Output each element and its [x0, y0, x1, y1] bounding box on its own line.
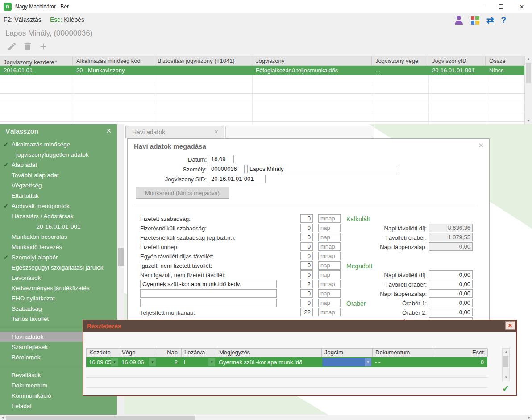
- add-plus-icon[interactable]: [38, 42, 48, 53]
- sidebar-item-kedvezmenyes-jarulekfizetes[interactable]: Kedvezményes járulékfizetés: [0, 283, 117, 293]
- detail-column-nap[interactable]: Nap: [157, 349, 182, 357]
- detail-column-lezarva[interactable]: Lezárva: [182, 349, 216, 357]
- menu-item-valasztas[interactable]: F2: Választás: [4, 16, 42, 23]
- sidebar-item-jogviszonyfuggetlen-adatok[interactable]: jogviszonyfüggetlen adatok: [0, 150, 117, 160]
- absence-value-input[interactable]: [300, 308, 313, 316]
- column-header-jogviszony-vege[interactable]: Jogviszony vége: [372, 56, 428, 66]
- absence-unit-input[interactable]: [318, 289, 341, 298]
- column-header-biztositasi-jogviszony[interactable]: Biztosítási jogviszony (T1041): [154, 56, 252, 66]
- jogcim-combobox[interactable]: ▾: [322, 358, 371, 366]
- tab-havi-adatok[interactable]: Havi adatok ✕: [125, 126, 224, 138]
- maximize-button[interactable]: [491, 0, 511, 13]
- sidebar-item-alkalmazas-minosege[interactable]: ✓Alkalmazás minősége: [0, 139, 117, 150]
- detail-cell-vege[interactable]: 16.09.06▾: [119, 357, 157, 367]
- szemely-code-input[interactable]: [209, 165, 245, 173]
- detail-column-vege[interactable]: Vége: [119, 349, 157, 357]
- hourly-value-input[interactable]: [429, 308, 473, 316]
- detail-column-megjegyzes[interactable]: Megjegyzés: [216, 349, 322, 357]
- popup-close-button[interactable]: ✕: [505, 321, 515, 330]
- dropdown-icon[interactable]: ▾: [149, 358, 156, 366]
- scroll-left-icon[interactable]: ◄: [0, 415, 5, 420]
- sidebar-item-eho-nyilatkozat[interactable]: EHO nyilatkozat: [0, 293, 117, 304]
- absence-value-input[interactable]: [300, 242, 313, 251]
- detail-popup-header[interactable]: Részletezés: [83, 320, 516, 332]
- horizontal-scrollbar[interactable]: ◄ ►: [0, 415, 532, 420]
- absence-unit-input[interactable]: [318, 233, 341, 241]
- given-value-input[interactable]: [429, 270, 473, 279]
- close-icon[interactable]: ✕: [214, 129, 219, 135]
- detail-column-eset[interactable]: Eset: [434, 349, 488, 357]
- absence-unit-input[interactable]: [318, 224, 341, 232]
- column-header-jogviszony[interactable]: Jogviszony: [252, 56, 372, 66]
- custom-absence-label-input[interactable]: [140, 289, 277, 298]
- menu-item-kilepes[interactable]: Esc: Kilépés: [50, 16, 84, 23]
- close-button[interactable]: ✕: [511, 0, 532, 13]
- absence-value-input[interactable]: [300, 224, 313, 232]
- employment-table-scrollbar[interactable]: ▲ ▼: [524, 56, 532, 124]
- absence-unit-input[interactable]: [318, 280, 341, 288]
- absence-value-input[interactable]: [300, 261, 313, 270]
- scrollbar-thumb[interactable]: [118, 248, 124, 266]
- absence-value-input[interactable]: [300, 280, 313, 288]
- modules-grid-icon[interactable]: [471, 16, 479, 25]
- sidebar-item-szabadsag[interactable]: Szabadság: [0, 304, 117, 314]
- jogviszony-sid-input[interactable]: [209, 175, 266, 183]
- detail-column-dokumentum[interactable]: Dokumentum: [373, 349, 434, 357]
- dropdown-icon[interactable]: ▾: [208, 358, 215, 366]
- absence-value-input[interactable]: [300, 252, 313, 260]
- confirm-check-icon[interactable]: ✓: [502, 383, 510, 394]
- employment-row-selected[interactable]: 2016.01.01 20 - Munkaviszony Főfoglalkoz…: [0, 66, 524, 75]
- column-header-alkalmazas-minoseg-kod[interactable]: Alkalmazás minőség kód: [73, 56, 154, 66]
- custom-absence-label-input[interactable]: [140, 280, 277, 288]
- close-icon[interactable]: ✕: [106, 127, 112, 135]
- detail-cell-kezdete[interactable]: 16.09.05▾: [86, 357, 119, 367]
- sidebar-item-szemelyi-alapber[interactable]: ✓Személyi alapbér: [0, 252, 117, 262]
- sidebar-item-munkaido-tervezes[interactable]: Munkaidő tervezés: [0, 242, 117, 252]
- minimize-button[interactable]: [470, 0, 491, 13]
- user-icon[interactable]: [454, 15, 464, 25]
- scrollbar-thumb[interactable]: [503, 356, 508, 367]
- absence-value-input[interactable]: [300, 299, 313, 307]
- scroll-right-icon[interactable]: ►: [527, 415, 532, 420]
- absence-unit-input[interactable]: [318, 242, 341, 251]
- absence-unit-input[interactable]: [318, 270, 341, 279]
- sidebar-item-tovabbi-alap-adat[interactable]: További alap adat: [0, 170, 117, 180]
- column-header-jogviszony-kezdete[interactable]: Jogviszony kezdete▴: [0, 56, 73, 66]
- given-value-input[interactable]: [429, 289, 473, 298]
- detail-row-selected[interactable]: 16.09.05▾ 16.09.06▾ 2 I▾ Gyermek szül.-k…: [86, 357, 487, 367]
- absence-unit-input[interactable]: [318, 214, 341, 223]
- scrollbar-thumb[interactable]: [526, 63, 531, 83]
- absence-unit-input[interactable]: [318, 299, 341, 307]
- dropdown-icon[interactable]: ▾: [111, 358, 118, 366]
- sidebar-item-archivalt-menupontok[interactable]: ✓Archivált menüpontok: [0, 201, 117, 211]
- detail-scrollbar[interactable]: ▲ ▼: [502, 348, 510, 381]
- sidebar-item-egeszsegugyi-szolgaltatasi-jarulek[interactable]: Egészségügyi szolgáltatási járulék: [0, 262, 117, 273]
- absence-unit-input[interactable]: [318, 252, 341, 260]
- scroll-down-icon[interactable]: ▼: [525, 117, 532, 124]
- column-header-ossze[interactable]: Össze: [486, 56, 524, 66]
- detail-column-kezdete[interactable]: Kezdete: [87, 349, 119, 357]
- sidebar-item-eltartottak[interactable]: Eltartottak: [0, 191, 117, 201]
- sidebar-item-vegzettseg[interactable]: Végzettség: [0, 180, 117, 191]
- scroll-down-icon[interactable]: ▼: [503, 374, 510, 381]
- absence-value-input[interactable]: [300, 233, 313, 241]
- szemely-name-input[interactable]: [247, 165, 399, 173]
- given-value-input[interactable]: [429, 280, 473, 288]
- absence-unit-input[interactable]: [318, 261, 341, 270]
- detail-cell-lezarva[interactable]: I▾: [181, 357, 216, 367]
- transfer-icon[interactable]: ⇄: [486, 15, 494, 25]
- hourly-value-input[interactable]: [429, 299, 473, 307]
- detail-column-jogcim[interactable]: Jogcím: [322, 349, 373, 357]
- absence-value-input[interactable]: [300, 289, 313, 298]
- sidebar-item-hazastars-adostarsak[interactable]: Házastárs / Adóstársak: [0, 211, 117, 221]
- absence-value-input[interactable]: [300, 214, 313, 223]
- scroll-up-icon[interactable]: ▲: [525, 56, 532, 62]
- sidebar-item-levonasok[interactable]: Levonások: [0, 273, 117, 283]
- custom-absence-label-input[interactable]: [140, 299, 277, 307]
- close-icon[interactable]: ✕: [478, 141, 484, 150]
- sidebar-item-alap-adat[interactable]: ✓Alap adat: [0, 160, 117, 170]
- delete-trash-icon[interactable]: [23, 42, 33, 53]
- help-icon[interactable]: ?: [501, 15, 506, 25]
- sidebar-item-munkakori-besorolas[interactable]: Munkaköri besorolás: [0, 232, 117, 242]
- edit-pencil-icon[interactable]: [7, 42, 17, 53]
